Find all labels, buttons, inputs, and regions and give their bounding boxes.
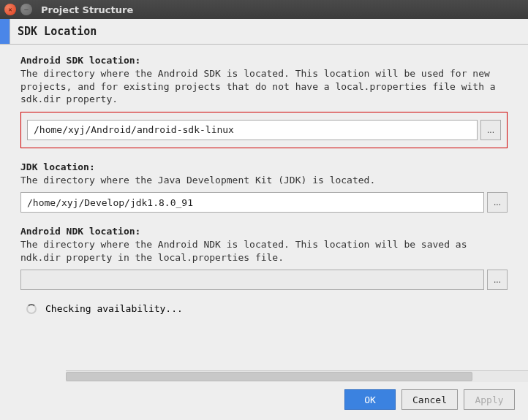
cancel-button[interactable]: Cancel xyxy=(401,389,458,410)
jdk-browse-button[interactable]: ... xyxy=(487,192,508,213)
jdk-desc: The directory where the Java Development… xyxy=(20,174,508,187)
android-sdk-input-row: ... xyxy=(20,112,508,148)
ndk-section: Android NDK location: The directory wher… xyxy=(20,226,508,290)
content-area: Android SDK location: The directory wher… xyxy=(0,45,528,370)
ndk-browse-button[interactable]: ... xyxy=(487,270,508,290)
android-sdk-path-input[interactable] xyxy=(27,120,478,140)
ndk-desc: The directory where the Android NDK is l… xyxy=(20,238,508,264)
android-sdk-title: Android SDK location: xyxy=(20,55,508,66)
apply-button[interactable]: Apply xyxy=(464,389,515,410)
horizontal-scrollbar[interactable] xyxy=(66,370,528,382)
jdk-title: JDK location: xyxy=(20,161,508,172)
checking-status-row: Checking availability... xyxy=(26,303,508,314)
jdk-path-input[interactable] xyxy=(20,192,484,213)
spinner-icon xyxy=(26,304,37,314)
android-sdk-section: Android SDK location: The directory wher… xyxy=(20,55,508,148)
window-titlebar: ✕ – Project Structure xyxy=(0,0,528,19)
ndk-title: Android NDK location: xyxy=(20,226,508,237)
header-row: SDK Location xyxy=(0,19,528,45)
dialog-button-row: OK Cancel Apply xyxy=(0,382,528,420)
checking-status-text: Checking availability... xyxy=(45,303,183,314)
ok-button[interactable]: OK xyxy=(344,389,396,410)
window-close-button[interactable]: ✕ xyxy=(4,4,16,15)
jdk-section: JDK location: The directory where the Ja… xyxy=(20,161,508,213)
page-heading: SDK Location xyxy=(10,19,528,44)
dialog-body: SDK Location Android SDK location: The d… xyxy=(0,19,528,420)
scrollbar-thumb[interactable] xyxy=(66,372,472,381)
ndk-path-input[interactable] xyxy=(20,270,484,290)
android-sdk-browse-button[interactable]: ... xyxy=(480,120,501,140)
jdk-input-row: ... xyxy=(20,192,508,213)
android-sdk-desc: The directory where the Android SDK is l… xyxy=(20,67,508,106)
ndk-input-row: ... xyxy=(20,270,508,290)
window-minimize-button[interactable]: – xyxy=(20,4,32,15)
sidebar-tab-indicator[interactable] xyxy=(0,19,10,44)
window-title: Project Structure xyxy=(41,4,133,15)
